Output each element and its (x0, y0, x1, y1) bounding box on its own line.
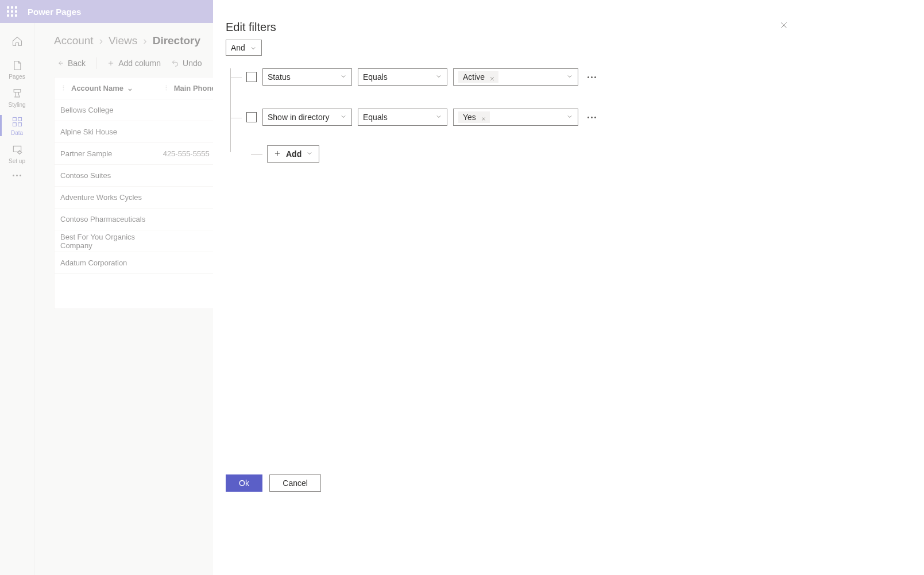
remove-tag-button[interactable] (489, 74, 495, 80)
value-select[interactable]: Active (453, 68, 578, 86)
ok-button[interactable]: Ok (226, 474, 262, 492)
value-label: Yes (463, 113, 476, 122)
cancel-button[interactable]: Cancel (269, 474, 321, 492)
value-tag: Yes (458, 111, 490, 123)
field-select[interactable]: Show in directory (262, 109, 352, 126)
field-label: Show in directory (268, 113, 329, 122)
tree-line (230, 68, 231, 152)
row-more-button[interactable] (584, 73, 600, 82)
panel-title: Edit filters (226, 21, 924, 34)
close-button[interactable] (779, 21, 793, 34)
field-label: Status (268, 72, 291, 82)
logic-operator-label: And (231, 43, 245, 52)
chevron-down-icon (435, 72, 442, 82)
operator-select[interactable]: Equals (358, 109, 447, 126)
logic-operator-select[interactable]: And (226, 40, 262, 56)
row-checkbox[interactable] (246, 72, 257, 82)
add-filter-button[interactable]: Add (267, 145, 319, 163)
operator-label: Equals (363, 113, 388, 122)
chevron-down-icon (340, 72, 347, 82)
row-more-button[interactable] (584, 113, 600, 122)
plus-icon (273, 149, 281, 159)
panel-footer: Ok Cancel (226, 474, 321, 492)
filter-row: Status Equals Active (246, 68, 924, 86)
chevron-down-icon (340, 113, 347, 122)
close-icon (779, 21, 788, 30)
chevron-down-icon (566, 72, 573, 82)
chevron-down-icon (566, 113, 573, 122)
filter-row: Show in directory Equals Yes (246, 109, 924, 126)
operator-select[interactable]: Equals (358, 68, 447, 86)
chevron-down-icon (306, 149, 313, 159)
value-tag: Active (458, 71, 498, 83)
field-select[interactable]: Status (262, 68, 352, 86)
cancel-label: Cancel (283, 478, 308, 488)
edit-filters-panel: Edit filters And Status Equals (213, 0, 924, 575)
add-label: Add (286, 149, 301, 159)
value-label: Active (463, 72, 485, 82)
remove-tag-button[interactable] (481, 114, 486, 120)
operator-label: Equals (363, 72, 388, 82)
value-select[interactable]: Yes (453, 109, 578, 126)
chevron-down-icon (435, 113, 442, 122)
chevron-down-icon (250, 44, 257, 51)
filter-tree: Status Equals Active (226, 68, 924, 163)
ok-label: Ok (239, 478, 249, 488)
row-checkbox[interactable] (246, 112, 257, 122)
